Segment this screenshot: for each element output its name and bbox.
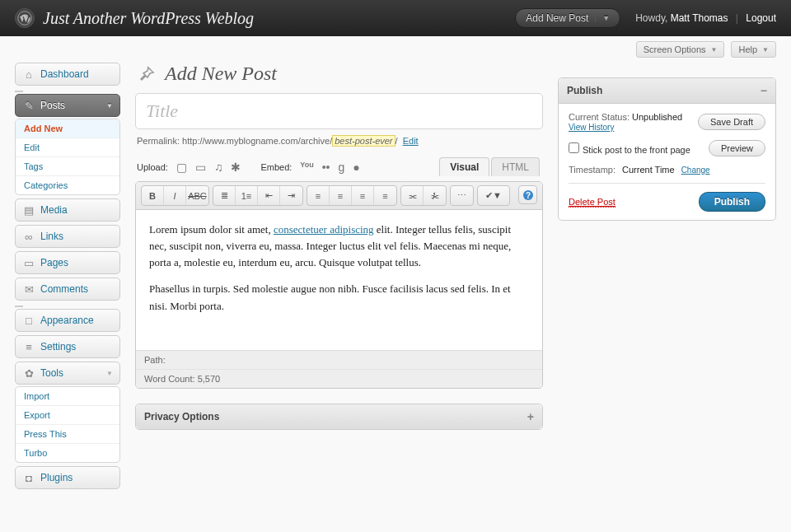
delete-post-link[interactable]: Delete Post (569, 197, 615, 208)
spellcheck-button[interactable]: ✔▼ (478, 186, 509, 205)
gear-icon: ✿ (22, 366, 35, 380)
embed-label: Embed: (260, 162, 292, 172)
numbered-list-button[interactable]: 1≡ (236, 186, 258, 205)
permalink-row: Permalink: http://www.myblogname.com/arc… (137, 136, 541, 146)
indent-button[interactable]: ⇥ (280, 186, 302, 205)
submenu-turbo[interactable]: Turbo (16, 443, 119, 462)
logout-link[interactable]: Logout (746, 12, 776, 24)
submenu-edit[interactable]: Edit (16, 138, 119, 156)
editor-help-button[interactable]: ? (518, 185, 537, 204)
submenu-tags[interactable]: Tags (16, 156, 119, 175)
outdent-button[interactable]: ⇤ (258, 186, 280, 205)
editor-tabs: Visual HTML (439, 157, 540, 176)
site-title[interactable]: Just Another WordPress Weblog (43, 9, 254, 28)
editor-footer: Path: Word Count: 5,570 (136, 350, 542, 388)
menu-plugins[interactable]: ◘Plugins (15, 466, 120, 489)
home-icon: ⌂ (22, 68, 35, 81)
page-heading: Add New Post (135, 63, 543, 85)
status-label: Current Status: (569, 112, 630, 122)
upload-generic-icon[interactable]: ✱ (231, 161, 241, 174)
submenu-posts: Add New Edit Tags Categories (15, 119, 120, 195)
triangle-down-icon: ▼ (106, 102, 113, 110)
submenu-press-this[interactable]: Press This (16, 424, 119, 443)
caret-down-icon[interactable]: ▼ (595, 14, 610, 22)
media-icon: ▤ (22, 203, 35, 217)
timestamp-change-link[interactable]: Change (681, 166, 710, 175)
align-justify-button[interactable]: ≡ (374, 186, 396, 205)
publish-box-handle[interactable]: Publish − (559, 78, 775, 104)
screen-options-toggle[interactable]: Screen Options▼ (636, 41, 725, 58)
editor-content[interactable]: Lorem ipsum dolor sit amet, consectetuer… (136, 210, 542, 350)
privacy-options-box: Privacy Options + (135, 404, 543, 430)
view-history-link[interactable]: View History (569, 123, 614, 132)
permalink-edit-link[interactable]: Edit (403, 136, 419, 146)
preview-button[interactable]: Preview (709, 140, 765, 156)
align-right-button[interactable]: ≡ (352, 186, 374, 205)
more-button[interactable]: ⋯ (451, 186, 473, 205)
menu-comments[interactable]: ✉Comments (15, 278, 120, 301)
upload-video-icon[interactable]: ▭ (195, 161, 206, 174)
menu-media[interactable]: ▤Media (15, 198, 120, 222)
help-toggle[interactable]: Help▼ (731, 41, 776, 58)
svg-text:?: ? (525, 191, 530, 200)
embed-flickr-icon[interactable]: •• (322, 161, 330, 174)
monitor-icon: □ (22, 314, 35, 327)
embed-generic-icon[interactable]: ● (353, 161, 359, 174)
upload-image-icon[interactable]: ▢ (176, 161, 187, 174)
submenu-categories[interactable]: Categories (16, 175, 119, 194)
publish-button[interactable]: Publish (699, 192, 765, 212)
submenu-tools: Import Export Press This Turbo (15, 386, 120, 463)
upload-audio-icon[interactable]: ♫ (214, 161, 223, 174)
status-value: Unpublished (632, 112, 682, 122)
permalink-base: http://www.myblogname.com/archive/ (182, 136, 332, 146)
bold-button[interactable]: B (142, 186, 164, 205)
menu-settings[interactable]: ≡Settings (15, 335, 120, 358)
submenu-import[interactable]: Import (16, 387, 119, 405)
align-center-button[interactable]: ≡ (330, 186, 352, 205)
embed-google-icon[interactable]: g (339, 161, 345, 174)
save-draft-button[interactable]: Save Draft (698, 114, 765, 130)
triangle-down-icon: ▼ (106, 370, 113, 377)
admin-topbar: Just Another WordPress Weblog Add New Po… (0, 0, 791, 36)
submenu-add-new[interactable]: Add New (16, 119, 119, 138)
editor-column: Add New Post Permalink: http://www.myblo… (135, 63, 543, 492)
link-button[interactable]: ⫘ (401, 186, 424, 205)
plus-icon: + (527, 410, 534, 423)
plug-icon: ◘ (22, 471, 35, 484)
minus-icon: − (761, 84, 767, 97)
embed-youtube-icon[interactable]: You (300, 161, 313, 174)
menu-posts[interactable]: ✎Posts▼ (15, 94, 120, 117)
stick-checkbox-label[interactable]: Stick post to the front page (569, 142, 690, 155)
unlink-button[interactable]: ⫘̸ (424, 186, 446, 205)
permalink-slug[interactable]: best-post-ever (332, 135, 395, 147)
post-title-input[interactable] (135, 93, 543, 129)
align-left-button[interactable]: ≡ (307, 186, 330, 205)
strikethrough-button[interactable]: ABC (186, 186, 208, 205)
upload-label: Upload: (137, 162, 168, 172)
editor-box: B I ABC ≣ 1≡ ⇤ ⇥ ≡ ≡ ≡ ≡ (135, 181, 543, 389)
utility-bar: Screen Options▼ Help▼ (0, 36, 791, 63)
menu-tools[interactable]: ✿Tools▼ (15, 362, 120, 385)
link-icon: ∞ (22, 230, 35, 243)
content-link[interactable]: consectetuer adipiscing (274, 223, 374, 236)
menu-dashboard[interactable]: ⌂Dashboard (15, 63, 120, 86)
admin-menu: ⌂Dashboard ✎Posts▼ Add New Edit Tags Cat… (15, 63, 120, 492)
tab-visual[interactable]: Visual (439, 157, 489, 176)
menu-links[interactable]: ∞Links (15, 225, 120, 248)
menu-pages[interactable]: ▭Pages (15, 251, 120, 274)
wordpress-logo-icon[interactable] (15, 8, 35, 28)
submenu-export[interactable]: Export (16, 405, 119, 424)
comment-icon: ✉ (22, 282, 35, 296)
tab-html[interactable]: HTML (491, 157, 540, 176)
stick-checkbox[interactable] (569, 142, 579, 153)
italic-button[interactable]: I (164, 186, 186, 205)
sliders-icon: ≡ (22, 340, 35, 353)
add-new-post-button[interactable]: Add New Post ▼ (515, 8, 620, 28)
bullet-list-button[interactable]: ≣ (213, 186, 236, 205)
user-greeting: Howdy, Matt Thomas | Logout (635, 12, 776, 24)
profile-link[interactable]: Matt Thomas (671, 12, 728, 24)
privacy-options-handle[interactable]: Privacy Options + (136, 404, 542, 429)
page-title: Add New Post (165, 63, 277, 85)
menu-appearance[interactable]: □Appearance (15, 309, 120, 332)
media-row: Upload: ▢ ▭ ♫ ✱ Embed: You •• g ● Visual (137, 157, 541, 176)
